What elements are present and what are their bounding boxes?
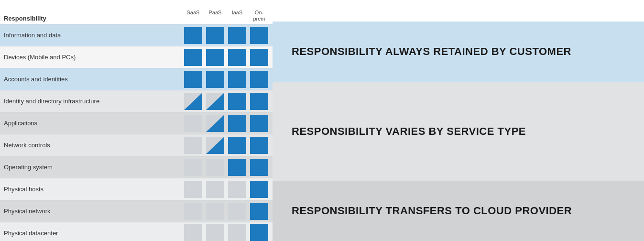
transfers-section: RESPONSIBILITY TRANSFERS TO CLOUD PROVID…	[273, 181, 644, 241]
cell-7-1	[205, 180, 226, 198]
cell-2-0	[183, 70, 204, 88]
row-label-7: Physical hosts	[0, 186, 183, 193]
header-row: Responsibility SaaSPaaSIaaSOn- prem	[0, 0, 273, 24]
row-cells-4	[183, 114, 270, 132]
cell-inner-3-3	[250, 93, 268, 110]
row-label-3: Identity and directory infrastructure	[0, 98, 183, 105]
col-header-2: IaaS	[227, 10, 248, 22]
row-label-4: Applications	[0, 120, 183, 127]
row-cells-3	[183, 92, 270, 110]
cell-1-2	[227, 48, 248, 66]
cell-inner-3-2	[228, 93, 246, 110]
cell-inner-7-2	[228, 181, 246, 198]
cell-0-1	[205, 26, 226, 44]
cell-8-1	[205, 202, 226, 220]
cell-inner-2-0	[184, 71, 202, 88]
cell-3-1	[205, 92, 226, 110]
cell-1-0	[183, 48, 204, 66]
always-section: RESPONSIBILITY ALWAYS RETAINED BY CUSTOM…	[273, 22, 644, 82]
cell-inner-3-0	[184, 93, 202, 110]
cell-inner-5-1	[206, 137, 224, 154]
table-row: Devices (Mobile and PCs)	[0, 46, 273, 68]
cell-6-3	[249, 158, 270, 176]
cell-inner-8-0	[184, 203, 202, 220]
row-label-2: Accounts and identities	[0, 76, 183, 83]
cell-8-2	[227, 202, 248, 220]
table-row: Accounts and identities	[0, 68, 273, 90]
cell-8-0	[183, 202, 204, 220]
cell-inner-1-1	[206, 49, 224, 66]
cell-1-1	[205, 48, 226, 66]
cell-inner-5-2	[228, 137, 246, 154]
cell-inner-8-3	[250, 203, 268, 220]
cell-inner-7-1	[206, 181, 224, 198]
varies-title: RESPONSIBILITY VARIES BY SERVICE TYPE	[292, 125, 526, 138]
cell-inner-4-2	[228, 115, 246, 132]
row-label-5: Network controls	[0, 142, 183, 149]
cell-2-1	[205, 70, 226, 88]
row-cells-0	[183, 26, 270, 44]
cell-inner-5-3	[250, 137, 268, 154]
cell-inner-8-1	[206, 203, 224, 220]
cell-inner-1-3	[250, 49, 268, 66]
cell-7-3	[249, 180, 270, 198]
cell-inner-7-3	[250, 181, 268, 198]
cell-1-3	[249, 48, 270, 66]
cell-inner-9-2	[228, 224, 246, 241]
cell-inner-9-3	[250, 224, 268, 241]
table-row: Operating system	[0, 156, 273, 178]
cell-inner-7-0	[184, 181, 202, 198]
right-spacer	[273, 0, 644, 22]
table-row: Physical hosts	[0, 178, 273, 200]
cell-6-1	[205, 158, 226, 176]
cell-4-2	[227, 114, 248, 132]
cell-7-0	[183, 180, 204, 198]
table-row: Identity and directory infrastructure	[0, 90, 273, 112]
cell-0-2	[227, 26, 248, 44]
cell-9-1	[205, 224, 226, 241]
table-row: Applications	[0, 112, 273, 134]
cell-5-1	[205, 136, 226, 154]
table-row: Physical network	[0, 200, 273, 222]
cell-inner-9-1	[206, 224, 224, 241]
cell-2-3	[249, 70, 270, 88]
cell-inner-2-2	[228, 71, 246, 88]
col-header-1: PaaS	[205, 10, 226, 22]
cell-0-3	[249, 26, 270, 44]
cell-inner-6-3	[250, 159, 268, 176]
cell-inner-3-1	[206, 93, 224, 110]
column-headers: SaaSPaaSIaaSOn- prem	[183, 10, 270, 22]
cell-inner-1-0	[184, 49, 202, 66]
table-row: Physical datacenter	[0, 222, 273, 241]
cell-inner-2-3	[250, 71, 268, 88]
table-row: Information and data	[0, 24, 273, 46]
row-cells-7	[183, 180, 270, 198]
cell-2-2	[227, 70, 248, 88]
cell-5-0	[183, 136, 204, 154]
cell-8-3	[249, 202, 270, 220]
cell-inner-9-0	[184, 224, 202, 241]
cell-inner-0-1	[206, 27, 224, 44]
cell-inner-4-0	[184, 115, 202, 132]
always-title: RESPONSIBILITY ALWAYS RETAINED BY CUSTOM…	[292, 45, 571, 58]
row-label-8: Physical network	[0, 208, 183, 215]
row-cells-6	[183, 158, 270, 176]
cell-inner-4-3	[250, 115, 268, 132]
cell-inner-1-2	[228, 49, 246, 66]
cell-inner-6-1	[206, 159, 224, 176]
cell-inner-0-0	[184, 27, 202, 44]
row-cells-5	[183, 136, 270, 154]
cell-6-0	[183, 158, 204, 176]
cell-4-3	[249, 114, 270, 132]
row-label-9: Physical datacenter	[0, 230, 183, 237]
cell-3-0	[183, 92, 204, 110]
cell-6-2	[227, 158, 248, 176]
responsibility-header: Responsibility	[0, 15, 183, 22]
cell-9-3	[249, 224, 270, 241]
cell-9-2	[227, 224, 248, 241]
cell-4-1	[205, 114, 226, 132]
row-cells-9	[183, 224, 270, 241]
row-label-1: Devices (Mobile and PCs)	[0, 54, 183, 61]
row-label-6: Operating system	[0, 164, 183, 171]
cell-9-0	[183, 224, 204, 241]
